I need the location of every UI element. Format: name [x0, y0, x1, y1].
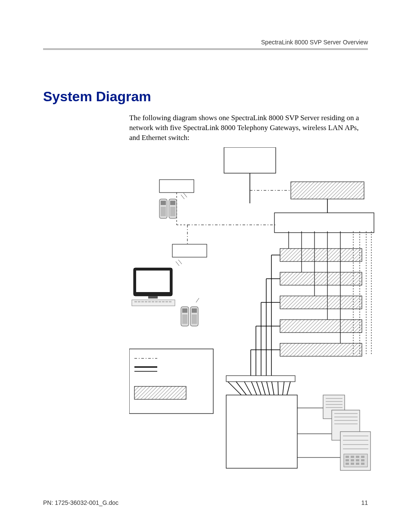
svg-rect-85 — [346, 463, 349, 465]
svg-rect-101 — [162, 301, 165, 302]
svg-rect-77 — [346, 456, 349, 458]
svg-rect-86 — [351, 463, 354, 465]
svg-rect-6 — [291, 182, 364, 199]
svg-rect-81 — [346, 459, 349, 461]
svg-rect-95 — [141, 301, 144, 302]
svg-line-55 — [287, 380, 291, 395]
section-title: System Diagram — [43, 89, 368, 105]
svg-rect-92 — [132, 300, 175, 306]
svg-rect-79 — [356, 456, 359, 458]
svg-line-52 — [271, 380, 274, 395]
svg-rect-97 — [148, 301, 151, 302]
svg-rect-114 — [134, 386, 186, 399]
svg-rect-16 — [161, 207, 166, 216]
svg-rect-105 — [182, 308, 187, 313]
svg-line-53 — [278, 380, 278, 395]
svg-rect-93 — [134, 301, 137, 302]
svg-rect-100 — [159, 301, 161, 302]
svg-rect-10 — [274, 213, 374, 233]
svg-rect-103 — [169, 301, 171, 302]
svg-line-49 — [256, 380, 261, 395]
svg-line-45 — [226, 380, 241, 395]
svg-rect-91 — [148, 296, 158, 299]
svg-rect-87 — [356, 463, 359, 465]
svg-rect-78 — [351, 456, 354, 458]
svg-rect-19 — [170, 207, 175, 216]
svg-rect-96 — [145, 301, 147, 302]
page-header: SpectraLink 8000 SVP Server Overview — [43, 39, 368, 50]
page-footer: PN: 1725-36032-001_G.doc 11 — [43, 499, 368, 506]
svg-line-54 — [283, 380, 284, 395]
svg-rect-102 — [165, 301, 168, 302]
svg-line-48 — [251, 380, 257, 395]
svg-line-51 — [266, 380, 270, 395]
svg-rect-99 — [155, 301, 158, 302]
svg-rect-98 — [152, 301, 154, 302]
svg-rect-20 — [172, 244, 207, 257]
svg-rect-30 — [280, 249, 362, 261]
svg-rect-34 — [280, 343, 362, 356]
svg-rect-83 — [356, 459, 359, 461]
svg-rect-109 — [192, 314, 197, 324]
svg-rect-88 — [361, 463, 364, 465]
footer-docref: PN: 1725-36032-001_G.doc — [43, 499, 118, 506]
svg-rect-1 — [224, 147, 276, 173]
svg-rect-18 — [170, 201, 175, 205]
svg-rect-15 — [161, 201, 166, 205]
svg-rect-80 — [361, 456, 364, 458]
svg-rect-33 — [280, 320, 362, 333]
svg-rect-84 — [361, 459, 364, 461]
svg-rect-106 — [182, 314, 187, 324]
svg-rect-108 — [192, 308, 197, 313]
svg-rect-32 — [280, 296, 362, 309]
footer-pagenum: 11 — [361, 499, 368, 506]
svg-rect-3 — [159, 180, 194, 193]
svg-rect-94 — [138, 301, 140, 302]
intro-paragraph: The following diagram shows one SpectraL… — [129, 113, 359, 143]
header-text: SpectraLink 8000 SVP Server Overview — [261, 39, 368, 46]
system-diagram — [129, 147, 375, 479]
svg-line-50 — [261, 380, 265, 395]
svg-rect-56 — [226, 376, 295, 382]
svg-rect-90 — [136, 271, 170, 292]
svg-rect-31 — [280, 272, 362, 285]
svg-rect-57 — [226, 395, 297, 468]
svg-rect-82 — [351, 459, 354, 461]
document-page: SpectraLink 8000 SVP Server Overview Sys… — [0, 0, 411, 532]
